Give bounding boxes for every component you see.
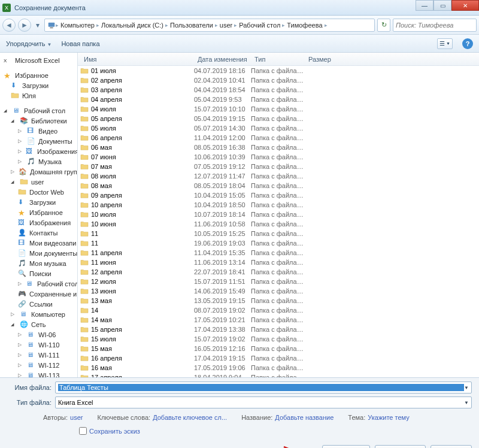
cancel-button[interactable]: Отмена xyxy=(431,445,472,448)
sidebar-item[interactable]: 📄Документы xyxy=(0,136,77,146)
nav-forward-button[interactable]: ► xyxy=(18,19,31,32)
breadcrumb-item[interactable]: user xyxy=(218,22,234,29)
sidebar-item[interactable]: 📚Библиотеки xyxy=(0,116,77,126)
refresh-button[interactable]: ↻ xyxy=(377,19,390,32)
table-row[interactable]: 16 апреля17.04.2019 19:15Папка с файлами xyxy=(78,353,479,363)
sidebar-item[interactable]: Юля xyxy=(0,90,77,101)
sidebar-item[interactable]: 🎞Мои видеозапи xyxy=(0,238,77,248)
sidebar[interactable]: XMicrosoft Excel★Избранное⬇ЗагрузкиЮля🖥Р… xyxy=(0,53,78,377)
table-row[interactable]: 01 июля04.07.2019 18:16Папка с файлами xyxy=(78,66,479,75)
sidebar-item[interactable]: 🖥Компьютер xyxy=(0,309,77,319)
table-row[interactable]: 10 апреля10.04.2019 18:50Папка с файлами xyxy=(78,200,479,210)
search-box[interactable]: 🔍 xyxy=(393,19,477,32)
table-row[interactable]: 07 июня10.06.2019 10:39Папка с файлами xyxy=(78,152,479,162)
table-row[interactable]: 11 апреля11.04.2019 15:35Папка с файлами xyxy=(78,248,479,258)
sidebar-item[interactable]: 🏠Домашняя групп xyxy=(0,167,77,177)
sidebar-item[interactable]: Doctor Web xyxy=(0,187,77,197)
sidebar-item[interactable]: 🖥WI-111 xyxy=(0,350,77,360)
col-name[interactable]: Имя xyxy=(80,56,194,63)
table-row[interactable]: 15 мая16.05.2019 12:16Папка с файлами xyxy=(78,344,479,353)
table-row[interactable]: 1408.07.2019 19:02Папка с файлами xyxy=(78,305,479,315)
col-date[interactable]: Дата изменения xyxy=(194,56,251,63)
breadcrumb[interactable]: ▸ Компьютер▸ Локальный диск (C:)▸ Пользо… xyxy=(44,19,375,32)
view-mode-button[interactable]: ☰ ▼ xyxy=(437,38,453,49)
breadcrumb-item[interactable]: Рабочий стол xyxy=(237,22,282,29)
service-button[interactable]: Сервис▼ xyxy=(322,445,370,448)
sidebar-item[interactable]: 🔗Ссылки xyxy=(0,299,77,309)
sidebar-item[interactable]: ⬇Загрузки xyxy=(0,197,77,207)
authors-value[interactable]: user xyxy=(70,414,83,421)
sidebar-item[interactable]: 🖥WI-06 xyxy=(0,329,77,340)
table-row[interactable]: 15 июля15.07.2019 19:02Папка с файлами xyxy=(78,334,479,344)
table-row[interactable]: 12 июля15.07.2019 11:51Папка с файлами xyxy=(78,277,479,286)
table-row[interactable]: 08 июля12.07.2019 11:47Папка с файлами xyxy=(78,171,479,181)
breadcrumb-item[interactable]: Тимофеева xyxy=(285,22,324,29)
search-input[interactable] xyxy=(396,22,479,29)
minimize-button[interactable]: — xyxy=(416,0,433,11)
sidebar-item[interactable]: 🔍Поиски xyxy=(0,268,77,279)
sidebar-item[interactable]: 🖥WI-110 xyxy=(0,340,77,350)
new-folder-button[interactable]: Новая папка xyxy=(61,40,99,47)
sidebar-item[interactable]: 🌐Сеть xyxy=(0,319,77,329)
filename-input[interactable]: Таблица Тексты ▼ xyxy=(55,382,472,393)
table-row[interactable]: 02 апреля02.04.2019 10:41Папка с файлами xyxy=(78,75,479,85)
table-row[interactable]: 06 апреля11.04.2019 12:00Папка с файлами xyxy=(78,133,479,143)
keywords-value[interactable]: Добавьте ключевое сл... xyxy=(153,414,227,421)
table-row[interactable]: 11 июня11.06.2019 13:14Папка с файлами xyxy=(78,258,479,267)
column-headers[interactable]: Имя Дата изменения Тип Размер xyxy=(78,53,479,66)
col-type[interactable]: Тип xyxy=(251,56,305,63)
sidebar-item[interactable]: user xyxy=(0,177,77,187)
table-row[interactable]: 16 мая17.05.2019 19:06Папка с файлами xyxy=(78,363,479,373)
sidebar-item[interactable]: 🎮Сохраненные и xyxy=(0,289,77,299)
sidebar-item[interactable]: 🖥WI-113 xyxy=(0,370,77,377)
sidebar-item[interactable]: 🎵Моя музыка xyxy=(0,258,77,268)
organize-menu[interactable]: Упорядочить▼ xyxy=(6,40,51,47)
filename-value[interactable]: Таблица Тексты xyxy=(58,384,464,391)
sidebar-item[interactable]: 🖼Изображения xyxy=(0,217,77,228)
table-row[interactable]: 08 мая08.05.2019 18:04Папка с файлами xyxy=(78,181,479,190)
sidebar-item[interactable]: ★Избранное xyxy=(0,70,77,80)
table-row[interactable]: 03 апреля04.04.2019 18:54Папка с файлами xyxy=(78,85,479,95)
title-value[interactable]: Добавьте название xyxy=(275,414,334,421)
breadcrumb-item[interactable]: Пользователи xyxy=(168,22,215,29)
table-row[interactable]: 06 мая08.05.2019 16:38Папка с файлами xyxy=(78,143,479,152)
table-row[interactable]: 13 июня14.06.2019 15:49Папка с файлами xyxy=(78,286,479,296)
thumbnail-checkbox[interactable] xyxy=(79,427,87,435)
close-button[interactable]: ✕ xyxy=(451,0,479,11)
breadcrumb-item[interactable]: Локальный диск (C:) xyxy=(99,22,165,29)
sidebar-item[interactable]: 🎵Музыка xyxy=(0,156,77,167)
sidebar-item[interactable]: 🖥Рабочий стол xyxy=(0,279,77,289)
sidebar-item[interactable]: 📄Мои документы xyxy=(0,248,77,258)
sidebar-item[interactable]: 🖼Изображения xyxy=(0,146,77,156)
help-button[interactable]: ? xyxy=(462,38,473,49)
topic-value[interactable]: Укажите тему xyxy=(368,414,409,421)
table-row[interactable]: 05 июля05.07.2019 14:30Папка с файлами xyxy=(78,123,479,133)
table-row[interactable]: 05 апреля05.04.2019 19:15Папка с файлами xyxy=(78,114,479,123)
nav-history-dropdown[interactable]: ▾ xyxy=(34,19,42,32)
table-row[interactable]: 1110.05.2019 15:25Папка с файлами xyxy=(78,229,479,238)
table-row[interactable]: 04 июля15.07.2019 10:10Папка с файлами xyxy=(78,104,479,114)
save-button[interactable]: Сохранить xyxy=(375,445,426,448)
sidebar-item[interactable]: 🖥WI-112 xyxy=(0,360,77,370)
table-row[interactable]: 1119.06.2019 19:03Папка с файлами xyxy=(78,238,479,248)
sidebar-item[interactable]: ★Избранное xyxy=(0,207,77,217)
table-row[interactable]: 13 мая13.05.2019 19:15Папка с файлами xyxy=(78,296,479,305)
breadcrumb-item[interactable]: Компьютер xyxy=(59,22,96,29)
table-row[interactable]: 17 апреля18.04.2019 9:04Папка с файлами xyxy=(78,373,479,377)
sidebar-item[interactable]: XMicrosoft Excel xyxy=(0,55,77,65)
table-row[interactable]: 15 апреля17.04.2019 13:38Папка с файлами xyxy=(78,325,479,334)
table-row[interactable]: 10 июля10.07.2019 18:14Папка с файлами xyxy=(78,210,479,219)
table-row[interactable]: 04 апреля05.04.2019 9:53Папка с файлами xyxy=(78,95,479,104)
chevron-down-icon[interactable]: ▼ xyxy=(464,400,469,405)
filetype-select[interactable]: Книга Excel ▼ xyxy=(55,396,472,408)
sidebar-item[interactable]: 🖥Рабочий стол xyxy=(0,105,77,116)
maximize-button[interactable]: ▭ xyxy=(433,0,451,11)
table-row[interactable]: 07 мая07.05.2019 19:12Папка с файлами xyxy=(78,162,479,171)
table-row[interactable]: 09 апреля10.04.2019 15:05Папка с файлами xyxy=(78,190,479,200)
file-list[interactable]: 01 июля04.07.2019 18:16Папка с файлами02… xyxy=(78,66,479,377)
table-row[interactable]: 10 июня11.06.2019 10:58Папка с файлами xyxy=(78,219,479,229)
nav-back-button[interactable]: ◄ xyxy=(2,19,16,32)
sidebar-item[interactable]: 🎞Видео xyxy=(0,126,77,136)
chevron-down-icon[interactable]: ▼ xyxy=(464,385,469,391)
sidebar-item[interactable]: ⬇Загрузки xyxy=(0,80,77,90)
